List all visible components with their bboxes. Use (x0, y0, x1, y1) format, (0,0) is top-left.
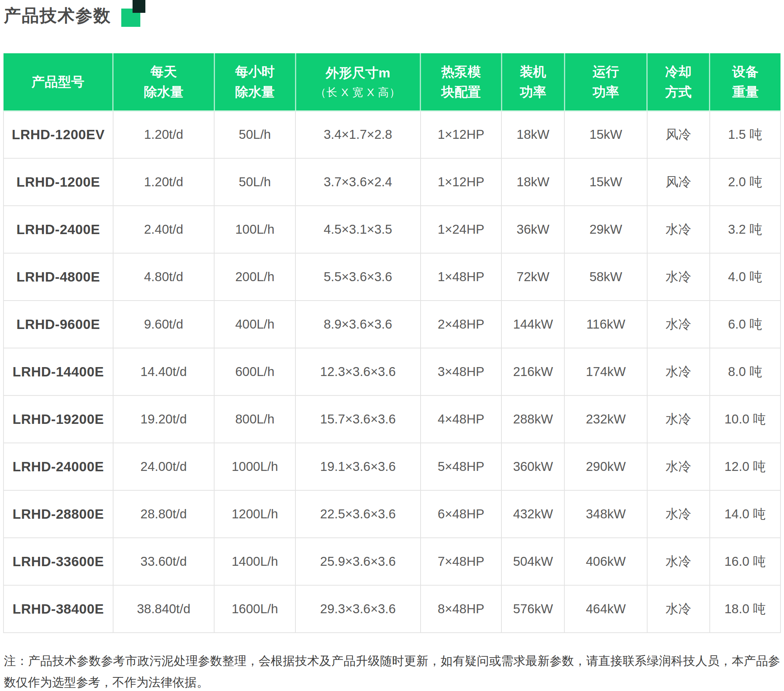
table-row: LRHD-4800E4.80t/d200L/h5.5×3.6×3.61×48HP… (3, 253, 781, 301)
page: 产品技术参数 产品型号每天除水量每小时除水量外形尺寸m（长 X 宽 X 高）热泵… (0, 0, 784, 691)
dark-square-icon (133, 0, 145, 13)
cell-modules: 3×48HP (421, 348, 502, 395)
cell-running-power: 29kW (564, 206, 647, 253)
cell-model: LRHD-33600E (3, 538, 113, 585)
cell-daily: 1.20t/d (113, 111, 215, 158)
cell-running-power: 464kW (564, 585, 647, 633)
cell-modules: 6×48HP (421, 490, 502, 538)
cell-dims: 3.4×1.7×2.8 (295, 111, 421, 158)
page-header: 产品技术参数 (3, 4, 781, 41)
cell-dims: 22.5×3.6×3.6 (295, 490, 421, 538)
cell-cooling: 风冷 (647, 111, 710, 158)
cell-cooling: 水冷 (647, 253, 710, 301)
table-row: LRHD-2400E2.40t/d100L/h4.5×3.1×3.51×24HP… (3, 206, 781, 253)
cell-installed-power: 216kW (501, 348, 564, 395)
table-body: LRHD-1200EV1.20t/d50L/h3.4×1.7×2.81×12HP… (3, 111, 781, 633)
cell-cooling: 水冷 (647, 395, 710, 443)
cell-weight: 2.0 吨 (710, 158, 781, 206)
column-header-model: 产品型号 (3, 53, 113, 111)
cell-daily: 24.00t/d (113, 443, 215, 490)
page-title: 产品技术参数 (4, 4, 111, 27)
cell-dims: 4.5×3.1×3.5 (295, 206, 421, 253)
cell-daily: 1.20t/d (113, 158, 215, 206)
cell-hourly: 1000L/h (214, 443, 295, 490)
cell-installed-power: 18kW (501, 158, 564, 206)
cell-hourly: 200L/h (214, 253, 295, 301)
cell-cooling: 水冷 (647, 348, 710, 395)
cell-daily: 19.20t/d (113, 395, 215, 443)
cell-installed-power: 576kW (501, 585, 564, 633)
cell-installed-power: 288kW (501, 395, 564, 443)
cell-installed-power: 360kW (501, 443, 564, 490)
cell-daily: 2.40t/d (113, 206, 215, 253)
cell-modules: 1×48HP (421, 253, 502, 301)
cell-running-power: 174kW (564, 348, 647, 395)
cell-running-power: 15kW (564, 158, 647, 206)
cell-model: LRHD-9600E (3, 301, 113, 348)
column-header-weight: 设备重量 (710, 53, 781, 111)
cell-daily: 33.60t/d (113, 538, 215, 585)
cell-daily: 14.40t/d (113, 348, 215, 395)
cell-hourly: 1400L/h (214, 538, 295, 585)
cell-dims: 25.9×3.6×3.6 (295, 538, 421, 585)
column-header-hourly: 每小时除水量 (214, 53, 295, 111)
cell-cooling: 水冷 (647, 538, 710, 585)
cell-weight: 6.0 吨 (710, 301, 781, 348)
cell-hourly: 100L/h (214, 206, 295, 253)
cell-dims: 29.3×3.6×3.6 (295, 585, 421, 633)
cell-model: LRHD-24000E (3, 443, 113, 490)
cell-modules: 1×12HP (421, 111, 502, 158)
cell-cooling: 水冷 (647, 301, 710, 348)
cell-cooling: 水冷 (647, 490, 710, 538)
cell-weight: 18.0 吨 (710, 585, 781, 633)
cell-model: LRHD-14400E (3, 348, 113, 395)
cell-weight: 14.0 吨 (710, 490, 781, 538)
cell-modules: 7×48HP (421, 538, 502, 585)
cell-installed-power: 18kW (501, 111, 564, 158)
cell-dims: 15.7×3.6×3.6 (295, 395, 421, 443)
cell-hourly: 50L/h (214, 158, 295, 206)
table-row: LRHD-24000E24.00t/d1000L/h19.1×3.6×3.65×… (3, 443, 781, 490)
table-header-row: 产品型号每天除水量每小时除水量外形尺寸m（长 X 宽 X 高）热泵模块配置装机功… (3, 53, 781, 111)
cell-model: LRHD-19200E (3, 395, 113, 443)
cell-running-power: 15kW (564, 111, 647, 158)
table-row: LRHD-28800E28.80t/d1200L/h22.5×3.6×3.66×… (3, 490, 781, 538)
cell-running-power: 58kW (564, 253, 647, 301)
cell-daily: 28.80t/d (113, 490, 215, 538)
cell-running-power: 290kW (564, 443, 647, 490)
table-row: LRHD-9600E9.60t/d400L/h8.9×3.6×3.62×48HP… (3, 301, 781, 348)
cell-cooling: 风冷 (647, 158, 710, 206)
cell-installed-power: 144kW (501, 301, 564, 348)
column-header-modules: 热泵模块配置 (421, 53, 502, 111)
cell-weight: 10.0 吨 (710, 395, 781, 443)
cell-modules: 1×12HP (421, 158, 502, 206)
table-row: LRHD-33600E33.60t/d1400L/h25.9×3.6×3.67×… (3, 538, 781, 585)
cell-hourly: 1600L/h (214, 585, 295, 633)
product-spec-table: 产品型号每天除水量每小时除水量外形尺寸m（长 X 宽 X 高）热泵模块配置装机功… (3, 53, 781, 633)
cell-running-power: 406kW (564, 538, 647, 585)
cell-weight: 3.2 吨 (710, 206, 781, 253)
cell-installed-power: 504kW (501, 538, 564, 585)
cell-model: LRHD-4800E (3, 253, 113, 301)
column-header-installed-power: 装机功率 (501, 53, 564, 111)
cell-hourly: 600L/h (214, 348, 295, 395)
cell-modules: 4×48HP (421, 395, 502, 443)
cell-cooling: 水冷 (647, 585, 710, 633)
cell-weight: 8.0 吨 (710, 348, 781, 395)
table-row: LRHD-1200E1.20t/d50L/h3.7×3.6×2.41×12HP1… (3, 158, 781, 206)
table-row: LRHD-19200E19.20t/d800L/h15.7×3.6×3.64×4… (3, 395, 781, 443)
cell-modules: 2×48HP (421, 301, 502, 348)
cell-dims: 12.3×3.6×3.6 (295, 348, 421, 395)
cell-modules: 1×24HP (421, 206, 502, 253)
title-accent-icon (121, 4, 149, 28)
cell-dims: 5.5×3.6×3.6 (295, 253, 421, 301)
cell-weight: 12.0 吨 (710, 443, 781, 490)
column-header-running-power: 运行功率 (564, 53, 647, 111)
cell-hourly: 800L/h (214, 395, 295, 443)
cell-model: LRHD-38400E (3, 585, 113, 633)
table-row: LRHD-1200EV1.20t/d50L/h3.4×1.7×2.81×12HP… (3, 111, 781, 158)
cell-cooling: 水冷 (647, 206, 710, 253)
table-row: LRHD-38400E38.840t/d1600L/h29.3×3.6×3.68… (3, 585, 781, 633)
cell-model: LRHD-28800E (3, 490, 113, 538)
cell-hourly: 1200L/h (214, 490, 295, 538)
